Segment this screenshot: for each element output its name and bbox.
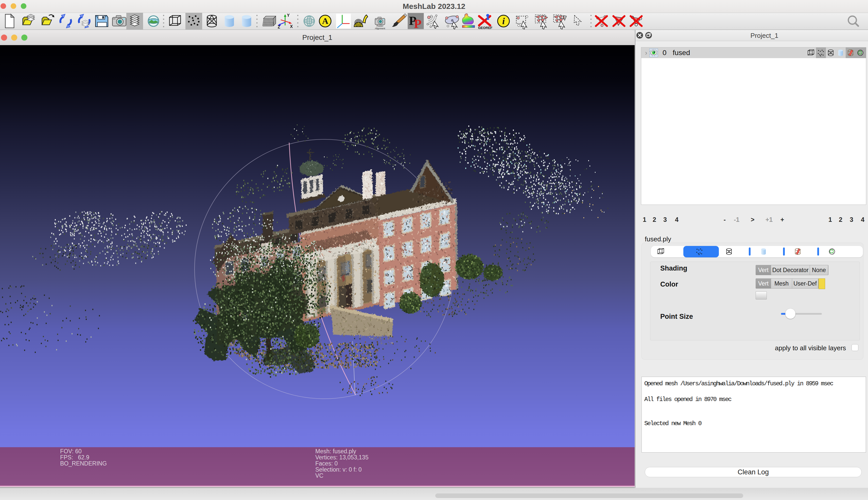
svg-text:GEOREF: GEOREF [478, 26, 493, 30]
svg-text:Raster: Raster [377, 25, 384, 27]
svg-text:Z: Z [278, 25, 280, 29]
svg-text:A: A [322, 16, 328, 26]
svg-text:i: i [502, 16, 505, 26]
svg-text:Y: Y [287, 13, 290, 18]
svg-text:P: P [414, 17, 422, 30]
svg-text:X: X [290, 24, 293, 29]
svg-text:Alignment: Alignment [375, 27, 385, 30]
